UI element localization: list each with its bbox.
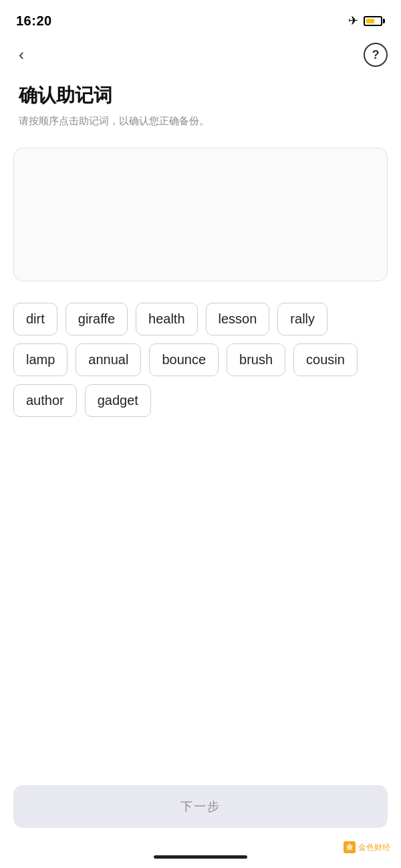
words-container: dirtgiraffehealthlessonrallylampannualbo…	[0, 292, 401, 428]
status-icons: ✈	[348, 13, 385, 28]
battery-fill	[366, 19, 374, 23]
battery-body	[364, 16, 382, 26]
status-time: 16:20	[16, 13, 52, 29]
word-chip-rally[interactable]: rally	[277, 303, 327, 335]
back-button[interactable]: ‹	[13, 43, 29, 67]
word-chip-dirt[interactable]: dirt	[13, 303, 57, 335]
word-chip-bounce[interactable]: bounce	[149, 343, 219, 376]
watermark: 金 金色财经	[344, 841, 390, 853]
page-subtitle: 请按顺序点击助记词，以确认您正确备份。	[19, 114, 382, 129]
home-indicator	[154, 855, 247, 859]
battery-tip	[383, 19, 385, 23]
word-chip-cousin[interactable]: cousin	[293, 343, 358, 376]
word-chip-annual[interactable]: annual	[76, 343, 141, 376]
page-title: 确认助记词	[19, 83, 382, 108]
watermark-icon: 金	[344, 841, 356, 853]
battery-icon	[364, 16, 385, 26]
word-chip-giraffe[interactable]: giraffe	[65, 303, 128, 335]
word-chip-brush[interactable]: brush	[227, 343, 285, 376]
status-bar: 16:20 ✈	[0, 0, 401, 37]
nav-bar: ‹ ?	[0, 37, 401, 72]
answer-area[interactable]	[13, 148, 388, 281]
airplane-icon: ✈	[348, 13, 358, 28]
word-chip-lesson[interactable]: lesson	[206, 303, 270, 335]
help-button[interactable]: ?	[364, 43, 388, 67]
next-button[interactable]: 下一步	[13, 785, 388, 828]
word-chip-lamp[interactable]: lamp	[13, 343, 68, 376]
page-header: 确认助记词 请按顺序点击助记词，以确认您正确备份。	[0, 72, 401, 134]
watermark-text: 金色财经	[358, 842, 390, 853]
word-chip-health[interactable]: health	[136, 303, 198, 335]
next-button-wrapper: 下一步	[13, 785, 388, 828]
word-chip-gadget[interactable]: gadget	[85, 384, 151, 417]
word-chip-author[interactable]: author	[13, 384, 77, 417]
